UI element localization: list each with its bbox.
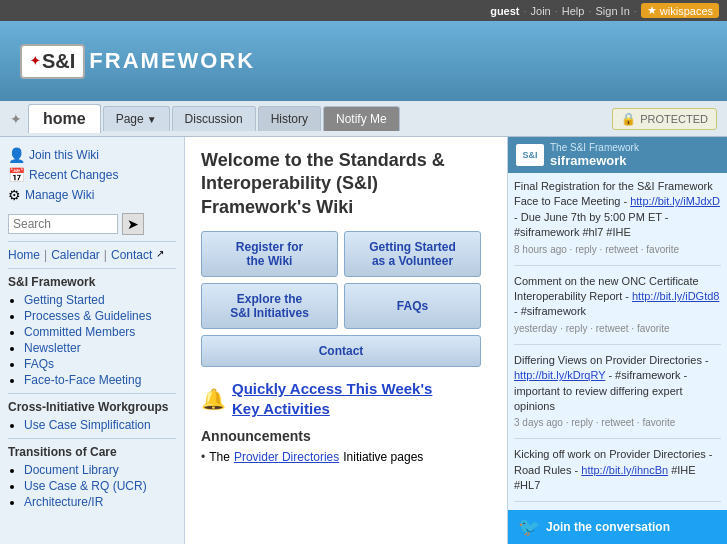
sidebar-use-case-rq[interactable]: Use Case & RQ (UCR) — [24, 479, 147, 493]
twitter-logo-box: S&I — [516, 144, 544, 166]
tab-history[interactable]: History — [258, 106, 321, 131]
sidebar-nav-links: Home | Calendar | Contact ↗ — [8, 248, 176, 262]
tweet-4-link[interactable]: http://bit.ly/ihncBn — [581, 464, 668, 476]
sidebar-section2-heading: Cross-Initiative Workgroups — [8, 400, 176, 414]
sidebar-calendar-link[interactable]: Calendar — [51, 248, 100, 262]
sidebar-recent-changes[interactable]: 📅 Recent Changes — [8, 165, 176, 185]
register-button[interactable]: Register forthe Wiki — [201, 231, 338, 277]
sidebar-document-library[interactable]: Document Library — [24, 463, 119, 477]
twitter-header: S&I The S&I Framework siframework — [508, 137, 727, 173]
sidebar-divider-2 — [8, 268, 176, 269]
twitter-join-button[interactable]: 🐦 Join the conversation — [508, 510, 727, 544]
sidebar-section1-list: Getting Started Processes & Guidelines C… — [8, 293, 176, 387]
sidebar-use-case-simplification[interactable]: Use Case Simplification — [24, 418, 151, 432]
tab-discussion[interactable]: Discussion — [172, 106, 256, 131]
twitter-handle: siframework — [550, 153, 639, 168]
sidebar-architecture[interactable]: Architecture/IR — [24, 495, 103, 509]
tweet-3-meta: 3 days ago · reply · retweet · favorite — [514, 416, 721, 430]
twitter-panel: S&I The S&I Framework siframework Final … — [507, 137, 727, 544]
tweet-1-link[interactable]: http://bit.ly/iMJdxD — [630, 195, 720, 207]
sidebar-divider-3 — [8, 393, 176, 394]
quick-icon: 🔔 — [201, 387, 226, 411]
provider-directories-link[interactable]: Provider Directories — [234, 450, 339, 464]
sidebar-divider-4 — [8, 438, 176, 439]
logo-text: FRAMEWORK — [89, 48, 255, 74]
twitter-join-label: Join the conversation — [546, 520, 670, 534]
calendar-icon: 📅 — [8, 167, 25, 183]
wikispaces-label: wikispaces — [660, 5, 713, 17]
tweet-1-favorite[interactable]: favorite — [646, 244, 679, 255]
top-bar: guest · Join · Help · Sign In · ★ wikisp… — [0, 0, 727, 21]
header: ✦ S&I FRAMEWORK — [0, 21, 727, 101]
sidebar-divider-1 — [8, 241, 176, 242]
person-icon: 👤 — [8, 147, 25, 163]
tweet-2-favorite[interactable]: favorite — [637, 323, 670, 334]
content-area: Welcome to the Standards & Interoperabil… — [185, 137, 507, 544]
main-area: 👤 Join this Wiki 📅 Recent Changes ⚙ Mana… — [0, 137, 727, 544]
join-link[interactable]: Join — [531, 5, 551, 17]
wikispaces-icon: ★ — [647, 4, 657, 17]
sidebar-contact-link[interactable]: Contact — [111, 248, 152, 262]
sidebar-home-link[interactable]: Home — [8, 248, 40, 262]
quick-access-link[interactable]: Quickly Access This Week'sKey Activities — [232, 379, 432, 418]
sidebar-committed-members[interactable]: Committed Members — [24, 325, 135, 339]
tweet-2-reply[interactable]: reply — [566, 323, 588, 334]
tweet-3-reply[interactable]: reply — [571, 417, 593, 428]
sidebar-section3-heading: Transitions of Care — [8, 445, 176, 459]
explore-button[interactable]: Explore theS&I Initiatives — [201, 283, 338, 329]
external-link-icon: ↗ — [156, 248, 164, 262]
sidebar-getting-started[interactable]: Getting Started — [24, 293, 105, 307]
wikispaces-button[interactable]: ★ wikispaces — [641, 3, 719, 18]
sidebar-face-to-face[interactable]: Face-to-Face Meeting — [24, 373, 141, 387]
search-input[interactable] — [8, 214, 118, 234]
star-icon: ✦ — [10, 111, 22, 127]
gear-icon: ⚙ — [8, 187, 21, 203]
sidebar-join-wiki[interactable]: 👤 Join this Wiki — [8, 145, 176, 165]
tweet-3-retweet[interactable]: retweet — [601, 417, 634, 428]
tweet-2-retweet[interactable]: retweet — [596, 323, 629, 334]
tweet-1-reply[interactable]: reply — [575, 244, 597, 255]
announcements-heading: Announcements — [201, 428, 491, 444]
page-title: Welcome to the Standards & Interoperabil… — [201, 149, 491, 219]
si-logo-small: S&I — [522, 150, 537, 160]
nav-tabs: ✦ home Page ▼ Discussion History Notify … — [0, 101, 727, 137]
tweet-4: Kicking off work on Provider Directories… — [514, 447, 721, 502]
logo-icon: ✦ S&I — [20, 44, 85, 79]
search-box: ➤ — [8, 213, 176, 235]
sidebar-manage-wiki[interactable]: ⚙ Manage Wiki — [8, 185, 176, 205]
signin-link[interactable]: Sign In — [596, 5, 630, 17]
sidebar-section1-heading: S&I Framework — [8, 275, 176, 289]
twitter-bird-icon: 🐦 — [518, 516, 540, 538]
tweet-3-favorite[interactable]: favorite — [642, 417, 675, 428]
button-grid: Register forthe Wiki Getting Startedas a… — [201, 231, 481, 367]
tab-home[interactable]: home — [28, 104, 101, 133]
tab-notify-me[interactable]: Notify Me — [323, 106, 400, 131]
sidebar-processes[interactable]: Processes & Guidelines — [24, 309, 151, 323]
twitter-feed: Final Registration for the S&I Framework… — [508, 173, 727, 510]
chevron-down-icon: ▼ — [147, 114, 157, 125]
getting-started-button[interactable]: Getting Startedas a Volunteer — [344, 231, 481, 277]
protected-badge: 🔒 PROTECTED — [612, 108, 717, 130]
contact-button[interactable]: Contact — [201, 335, 481, 367]
tweet-3-link[interactable]: http://bit.ly/kDrqRY — [514, 369, 605, 381]
help-link[interactable]: Help — [562, 5, 585, 17]
tweet-1-retweet[interactable]: retweet — [605, 244, 638, 255]
tweet-2-link[interactable]: http://bit.ly/iDGtd8 — [632, 290, 719, 302]
tweet-2-meta: yesterday · reply · retweet · favorite — [514, 322, 721, 336]
sidebar-section3-list: Document Library Use Case & RQ (UCR) Arc… — [8, 463, 176, 509]
lock-icon: 🔒 — [621, 112, 636, 126]
sidebar-faqs[interactable]: FAQs — [24, 357, 54, 371]
logo: ✦ S&I FRAMEWORK — [20, 44, 255, 79]
tweet-1: Final Registration for the S&I Framework… — [514, 179, 721, 266]
faqs-button[interactable]: FAQs — [344, 283, 481, 329]
guest-label: guest — [490, 5, 519, 17]
sidebar: 👤 Join this Wiki 📅 Recent Changes ⚙ Mana… — [0, 137, 185, 544]
search-button[interactable]: ➤ — [122, 213, 144, 235]
sidebar-join-section: 👤 Join this Wiki 📅 Recent Changes ⚙ Mana… — [8, 145, 176, 205]
announcement-item: The Provider Directories Initiative page… — [201, 450, 491, 464]
sidebar-newsletter[interactable]: Newsletter — [24, 341, 81, 355]
tweet-3: Differing Views on Provider Directories … — [514, 353, 721, 440]
tab-page[interactable]: Page ▼ — [103, 106, 170, 131]
logo-text-area: FRAMEWORK — [89, 48, 255, 74]
tweet-2: Comment on the new ONC Certificate Inter… — [514, 274, 721, 345]
